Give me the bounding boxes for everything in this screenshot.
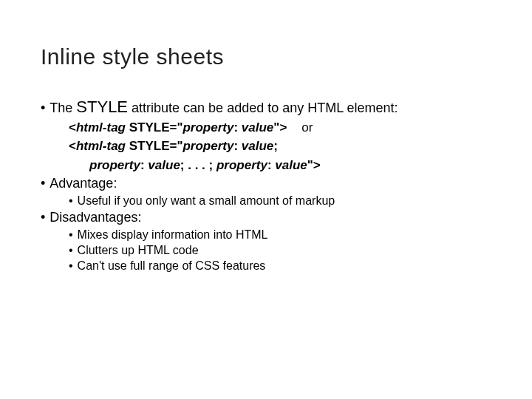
code: value [242, 120, 273, 134]
code: "> [273, 120, 287, 134]
text-style-word: STYLE [76, 98, 128, 116]
code: : [140, 158, 148, 172]
sub-bullet-disadvantage-2: •Clutters up HTML code [69, 244, 491, 257]
bullet-dot-icon: • [69, 259, 73, 272]
bullet-dot-icon: • [69, 228, 73, 241]
code: value [242, 139, 273, 153]
text: Mixes display information into HTML [78, 228, 268, 241]
code: "> [307, 158, 321, 172]
code: value [275, 158, 307, 172]
text: Useful if you only want a small amount o… [78, 194, 335, 207]
code: property [89, 158, 140, 172]
bullet-style-attribute: •The STYLE attribute can be added to any… [41, 98, 491, 117]
code-or: or [301, 120, 313, 134]
code: property [183, 120, 233, 134]
code: : [233, 139, 241, 153]
code: html-tag [76, 139, 126, 153]
code: ; [273, 139, 278, 153]
bullet-dot-icon: • [69, 194, 73, 207]
code: < [69, 139, 76, 153]
text: Can't use full range of CSS features [78, 259, 266, 272]
bullet-dot-icon: • [41, 210, 45, 225]
bullet-dot-icon: • [41, 100, 45, 115]
bullet-advantage: •Advantage: [41, 176, 491, 191]
code: : [233, 120, 241, 134]
bullet-disadvantages: •Disadvantages: [41, 210, 491, 225]
code: < [69, 120, 76, 134]
slide: Inline style sheets •The STYLE attribute… [0, 0, 532, 304]
code-example-1: <html-tag STYLE="property: value">or [69, 120, 491, 135]
sub-bullet-advantage-1: •Useful if you only want a small amount … [69, 194, 491, 208]
text: Disadvantages: [50, 210, 141, 225]
sub-bullet-disadvantage-1: •Mixes display information into HTML [69, 228, 491, 242]
code: ; . . . ; [180, 158, 216, 172]
text: The [50, 100, 76, 115]
code: property [183, 139, 233, 153]
slide-title: Inline style sheets [41, 44, 491, 69]
text: attribute can be added to any HTML eleme… [128, 100, 398, 115]
code: html-tag [76, 120, 126, 134]
code: STYLE=" [126, 120, 183, 134]
sub-bullet-disadvantage-3: •Can't use full range of CSS features [69, 259, 491, 273]
code: STYLE=" [126, 139, 183, 153]
code-example-2-line1: <html-tag STYLE="property: value; [69, 138, 491, 154]
code: : [267, 158, 275, 172]
text: Advantage: [50, 176, 117, 191]
text: Clutters up HTML code [78, 244, 199, 256]
code: value [148, 158, 180, 172]
code: property [216, 158, 267, 172]
bullet-dot-icon: • [41, 176, 45, 191]
bullet-dot-icon: • [69, 244, 73, 256]
code-example-2-line2: property: value; . . . ; property: value… [69, 157, 491, 173]
